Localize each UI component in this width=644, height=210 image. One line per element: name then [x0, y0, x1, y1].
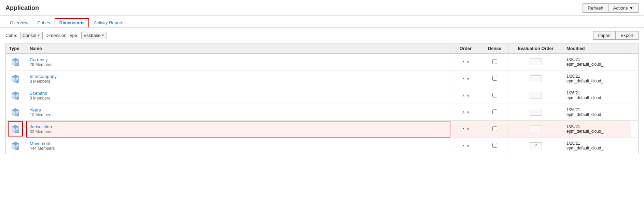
dim-type-select[interactable]: Essbase ▼ — [81, 32, 107, 39]
dense-checkbox[interactable] — [492, 59, 497, 64]
order-up-button[interactable]: ∧ — [462, 60, 465, 64]
order-up-button[interactable]: ∧ — [462, 144, 465, 148]
refresh-button[interactable]: Refresh — [583, 3, 608, 13]
cell-modified: 1/26/21epm_default_cloud_ — [563, 104, 631, 121]
eval-order-input[interactable] — [530, 142, 542, 149]
col-header-eval: Evaluation Order — [508, 43, 563, 54]
cube-label: Cube: — [5, 33, 17, 38]
cell-name: Intercompany3 Members — [26, 70, 450, 87]
actions-button[interactable]: Actions ▼ — [608, 3, 639, 13]
dimension-link[interactable]: Scenario — [30, 91, 47, 96]
cell-eval-order — [508, 87, 563, 104]
cell-dense — [481, 87, 508, 104]
order-arrows: ∧ ∨ — [454, 60, 477, 64]
order-up-button[interactable]: ∧ — [462, 127, 465, 131]
eval-order-input[interactable] — [530, 58, 542, 65]
col-header-name: Name — [26, 43, 450, 54]
col-header-modified: Modified — [563, 43, 631, 54]
cell-order: ∧ ∨ — [450, 137, 481, 154]
cell-eval-order — [508, 70, 563, 87]
modified-by: epm_default_cloud_ — [566, 62, 628, 67]
eval-order-input[interactable] — [530, 92, 542, 99]
order-down-button[interactable]: ∨ — [467, 144, 470, 148]
table-row: ⊕ Movement444 Members ∧ ∨ 1/26/21epm_def… — [6, 137, 639, 154]
cell-eval-order — [508, 54, 563, 70]
dense-checkbox[interactable] — [492, 143, 497, 148]
eval-order-input[interactable] — [530, 126, 542, 132]
order-up-button[interactable]: ∧ — [462, 77, 465, 81]
dense-checkbox[interactable] — [492, 109, 497, 114]
dim-type-value: Essbase — [84, 33, 101, 38]
dimension-icon: ⊕ — [9, 106, 22, 118]
tab-activity-reports[interactable]: Activity Reports — [89, 18, 129, 28]
dimension-icon: ⊕ — [9, 140, 22, 152]
dimension-link[interactable]: Intercompany — [30, 74, 57, 79]
cube-value: Consol — [23, 33, 36, 38]
tab-overview[interactable]: Overview — [5, 18, 33, 28]
order-arrows: ∧ ∨ — [454, 144, 477, 148]
col-header-scroll — [631, 43, 639, 54]
dimension-members: 10 Members — [30, 113, 447, 117]
table-row: ⊕ Years10 Members ∧ ∨ 1/26/21epm_default… — [6, 104, 639, 121]
dense-checkbox[interactable] — [492, 76, 497, 81]
order-up-button[interactable]: ∧ — [462, 94, 465, 97]
dimension-link[interactable]: Jurisdiction — [30, 124, 52, 129]
col-header-type: Type — [6, 43, 26, 54]
tab-dimensions[interactable]: Dimensions — [55, 18, 89, 27]
app-title: Application — [5, 4, 39, 12]
table-row: ⊕ Jurisdiction33 Members ∧ ∨ 1/26/21epm_… — [6, 121, 639, 137]
order-arrows: ∧ ∨ — [454, 127, 477, 131]
cube-select[interactable]: Consol ▼ — [20, 32, 43, 39]
modified-by: epm_default_cloud_ — [566, 146, 628, 150]
cell-order: ∧ ∨ — [450, 121, 481, 137]
order-down-button[interactable]: ∨ — [467, 127, 470, 131]
order-down-button[interactable]: ∨ — [467, 77, 470, 81]
dimension-link[interactable]: Years — [30, 107, 41, 113]
svg-text:⊕: ⊕ — [17, 148, 18, 150]
dimension-link[interactable]: Currency — [30, 57, 48, 62]
cell-modified: 1/26/21epm_default_cloud_ — [563, 137, 631, 154]
cell-name: Scenario3 Members — [26, 87, 450, 104]
dimension-icon: ⊕ — [9, 89, 22, 102]
dimension-link[interactable]: Movement — [30, 141, 51, 146]
order-down-button[interactable]: ∨ — [467, 94, 470, 97]
dimension-icon: ⊕ — [9, 123, 22, 135]
cell-order: ∧ ∨ — [450, 54, 481, 70]
modified-by: epm_default_cloud_ — [566, 79, 628, 83]
modified-date: 1/26/21 — [566, 124, 628, 129]
dimensions-table-container: Type Name Order Dense Evaluation Order M… — [0, 43, 644, 190]
export-button[interactable]: Export — [615, 31, 639, 40]
cell-dense — [481, 104, 508, 121]
cell-eval-order — [508, 121, 563, 137]
toolbar-left: Cube: Consol ▼ Dimension Type: Essbase ▼ — [5, 32, 107, 39]
tab-cubes[interactable]: Cubes — [33, 18, 55, 28]
order-arrows: ∧ ∨ — [454, 94, 477, 97]
cell-modified: 1/26/21epm_default_cloud_ — [563, 87, 631, 104]
cube-dropdown-icon: ▼ — [37, 34, 40, 37]
modified-date: 1/26/21 — [566, 91, 628, 95]
cell-name: Movement444 Members — [26, 137, 450, 154]
cell-modified: 1/26/21epm_default_cloud_ — [563, 121, 631, 137]
cell-type: ⊕ — [6, 54, 26, 70]
order-down-button[interactable]: ∨ — [467, 60, 470, 64]
dense-checkbox[interactable] — [492, 126, 497, 131]
dimensions-table: Type Name Order Dense Evaluation Order M… — [5, 43, 639, 154]
import-button[interactable]: Import — [593, 31, 616, 40]
dense-checkbox[interactable] — [492, 93, 497, 97]
cell-name: Currency29 Members — [26, 54, 450, 70]
cell-dense — [481, 70, 508, 87]
eval-order-input[interactable] — [530, 109, 542, 116]
app-header: Application Refresh Actions ▼ — [0, 0, 644, 16]
cell-dense — [481, 121, 508, 137]
order-arrows: ∧ ∨ — [454, 77, 477, 81]
order-up-button[interactable]: ∧ — [462, 110, 465, 114]
svg-text:⊕: ⊕ — [17, 98, 18, 100]
cell-type: ⊕ — [6, 137, 26, 154]
modified-date: 1/26/21 — [566, 74, 628, 79]
col-header-order: Order — [450, 43, 481, 54]
eval-order-input[interactable] — [530, 75, 542, 82]
order-down-button[interactable]: ∨ — [467, 110, 470, 114]
cell-type: ⊕ — [6, 70, 26, 87]
modified-date: 1/26/21 — [566, 57, 628, 62]
table-row: ⊕ Scenario3 Members ∧ ∨ 1/26/21epm_defau… — [6, 87, 639, 104]
